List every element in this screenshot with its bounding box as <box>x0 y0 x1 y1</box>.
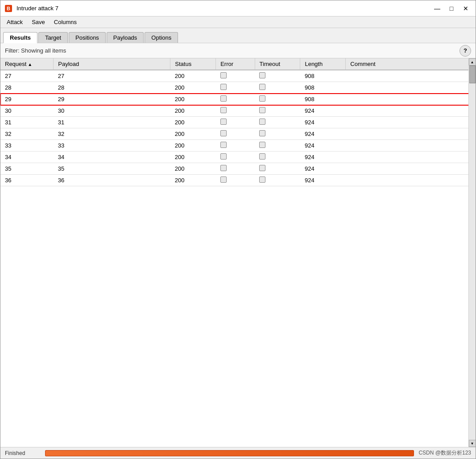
cell-error-checkbox[interactable] <box>220 142 227 148</box>
table-row[interactable]: 2828200908 <box>0 82 476 94</box>
table-container: Request Payload Status Error Timeout Len… <box>0 58 476 447</box>
cell-timeout-checkbox[interactable] <box>259 84 265 90</box>
cell-request: 29 <box>0 94 54 105</box>
cell-timeout-checkbox[interactable] <box>259 142 265 148</box>
menu-attack[interactable]: Attack <box>2 18 27 26</box>
help-button[interactable]: ? <box>459 45 471 57</box>
cell-comment <box>346 140 476 152</box>
cell-error-checkbox[interactable] <box>220 72 227 78</box>
cell-error <box>216 128 255 140</box>
cell-payload: 36 <box>54 175 170 186</box>
table-row[interactable]: 3232200924 <box>0 128 476 140</box>
col-error[interactable]: Error <box>216 58 255 70</box>
cell-timeout <box>255 94 300 105</box>
table-row[interactable]: 2929200908 <box>0 94 476 105</box>
cell-request: 36 <box>0 175 54 186</box>
cell-timeout-checkbox[interactable] <box>259 130 265 136</box>
tab-positions[interactable]: Positions <box>69 32 106 43</box>
window-controls: — □ ✕ <box>431 3 472 14</box>
title-bar: B Intruder attack 7 — □ ✕ <box>0 0 476 16</box>
table-row[interactable]: 3636200924 <box>0 175 476 186</box>
tab-results[interactable]: Results <box>3 32 37 43</box>
cell-timeout-checkbox[interactable] <box>259 165 265 171</box>
table-row[interactable]: 3535200924 <box>0 163 476 175</box>
cell-comment <box>346 82 476 94</box>
cell-length: 908 <box>300 70 346 82</box>
status-bar: Finished CSDN @数据分析123 <box>0 447 476 459</box>
col-length[interactable]: Length <box>300 58 346 70</box>
col-request[interactable]: Request <box>0 58 54 70</box>
cell-status: 200 <box>170 163 216 175</box>
cell-length: 924 <box>300 117 346 128</box>
table-row[interactable]: 3030200924 <box>0 105 476 117</box>
cell-request: 27 <box>0 70 54 82</box>
vertical-scrollbar[interactable]: ▲ ▼ <box>468 58 476 447</box>
results-table: Request Payload Status Error Timeout Len… <box>0 58 476 186</box>
col-status[interactable]: Status <box>170 58 216 70</box>
cell-timeout <box>255 70 300 82</box>
cell-payload: 32 <box>54 128 170 140</box>
cell-error <box>216 152 255 163</box>
scroll-up-button[interactable]: ▲ <box>469 58 476 66</box>
cell-timeout-checkbox[interactable] <box>259 95 265 102</box>
cell-error <box>216 163 255 175</box>
progress-bar <box>45 450 414 456</box>
cell-request: 28 <box>0 82 54 94</box>
filter-text: Filter: Showing all items <box>5 47 66 54</box>
cell-error-checkbox[interactable] <box>220 84 227 90</box>
cell-timeout-checkbox[interactable] <box>259 72 265 78</box>
scroll-track[interactable] <box>469 66 476 440</box>
cell-payload: 31 <box>54 117 170 128</box>
close-button[interactable]: ✕ <box>459 3 472 14</box>
cell-timeout <box>255 175 300 186</box>
watermark-text: CSDN @数据分析123 <box>418 449 471 457</box>
scroll-down-button[interactable]: ▼ <box>469 440 476 447</box>
cell-error-checkbox[interactable] <box>220 95 227 102</box>
cell-error-checkbox[interactable] <box>220 107 227 113</box>
menu-columns[interactable]: Columns <box>50 18 81 26</box>
cell-request: 35 <box>0 163 54 175</box>
table-row[interactable]: 2727200908 <box>0 70 476 82</box>
tab-options[interactable]: Options <box>145 32 178 43</box>
cell-payload: 33 <box>54 140 170 152</box>
cell-status: 200 <box>170 94 216 105</box>
scroll-thumb[interactable] <box>469 66 476 83</box>
cell-timeout-checkbox[interactable] <box>259 153 265 160</box>
table-row[interactable]: 3333200924 <box>0 140 476 152</box>
cell-error-checkbox[interactable] <box>220 153 227 160</box>
minimize-button[interactable]: — <box>431 3 443 14</box>
cell-timeout <box>255 152 300 163</box>
tab-payloads[interactable]: Payloads <box>107 32 144 43</box>
col-payload[interactable]: Payload <box>54 58 170 70</box>
table-row[interactable]: 3131200924 <box>0 117 476 128</box>
cell-payload: 34 <box>54 152 170 163</box>
tab-target[interactable]: Target <box>38 32 68 43</box>
cell-timeout-checkbox[interactable] <box>259 119 265 125</box>
maximize-button[interactable]: □ <box>445 3 458 14</box>
cell-error-checkbox[interactable] <box>220 119 227 125</box>
cell-status: 200 <box>170 105 216 117</box>
cell-request: 34 <box>0 152 54 163</box>
cell-error-checkbox[interactable] <box>220 130 227 136</box>
cell-payload: 30 <box>54 105 170 117</box>
cell-timeout <box>255 128 300 140</box>
cell-request: 30 <box>0 105 54 117</box>
cell-status: 200 <box>170 152 216 163</box>
cell-timeout <box>255 140 300 152</box>
menu-save[interactable]: Save <box>27 18 50 26</box>
table-header-row: Request Payload Status Error Timeout Len… <box>0 58 476 70</box>
cell-timeout-checkbox[interactable] <box>259 107 265 113</box>
col-comment[interactable]: Comment <box>346 58 476 70</box>
table-row[interactable]: 3434200924 <box>0 152 476 163</box>
cell-length: 924 <box>300 128 346 140</box>
menu-bar: Attack Save Columns <box>0 16 476 28</box>
burp-icon: B <box>4 4 13 13</box>
cell-timeout-checkbox[interactable] <box>259 176 265 183</box>
cell-length: 908 <box>300 94 346 105</box>
tabs-bar: Results Target Positions Payloads Option… <box>0 28 476 43</box>
col-timeout[interactable]: Timeout <box>255 58 300 70</box>
cell-error-checkbox[interactable] <box>220 176 227 183</box>
svg-text:B: B <box>7 6 10 11</box>
cell-error <box>216 105 255 117</box>
cell-error-checkbox[interactable] <box>220 165 227 171</box>
